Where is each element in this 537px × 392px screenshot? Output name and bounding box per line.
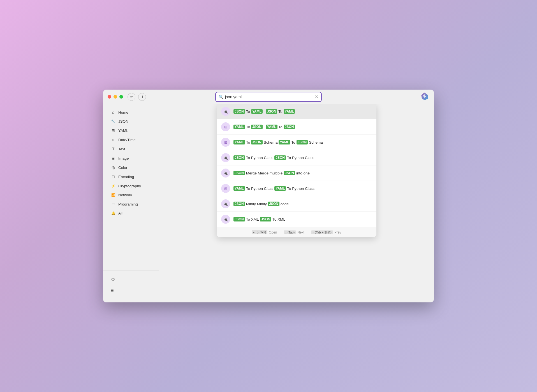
yaml-keyword-6: YAML <box>233 186 245 191</box>
yaml-keyword-3b: YAML <box>279 140 290 144</box>
sidebar-item-json[interactable]: 🔧 JSON <box>105 117 157 126</box>
json-keyword-5b: JSON <box>284 171 295 175</box>
sidebar-item-datetime[interactable]: ○ Date/Time <box>105 135 157 144</box>
encoding-icon: ⊟ <box>111 174 115 179</box>
programming-icon: ▭ <box>111 202 115 206</box>
cryptography-icon: ⚡ <box>111 184 115 188</box>
json-merge-text: JSON Merge Merge multiple JSON into one <box>233 171 310 175</box>
dropdown-item-json-minify[interactable]: 🔌 JSON Minify Minify JSON code <box>217 196 376 212</box>
grid-icon-3: ⊞ <box>224 186 227 191</box>
sidebar-item-text[interactable]: T Text <box>105 144 157 153</box>
all-icon: 🔔 <box>111 211 115 215</box>
sidebar-label-datetime: Date/Time <box>118 138 136 142</box>
maximize-button[interactable] <box>119 95 123 99</box>
sidebar-item-encoding[interactable]: ⊟ Encoding <box>105 172 157 181</box>
datetime-icon: ○ <box>111 137 115 142</box>
dropdown-item-yaml-to-python[interactable]: ⊞ YAML To Python Class YAML To Python Cl… <box>217 181 376 196</box>
json-icon: 🔧 <box>111 120 115 123</box>
search-icon: 🔍 <box>219 95 223 99</box>
app-window: ✏ ⬆ 🔍 ✕ <box>103 90 434 302</box>
sidebar-item-image[interactable]: ▣ Image <box>105 154 157 163</box>
sidebar-item-color[interactable]: ◎ Color <box>105 163 157 172</box>
json-minify-text: JSON Minify Minify JSON code <box>233 202 289 206</box>
title-bar-actions: ✏ ⬆ <box>128 93 146 101</box>
content-area: 🔌 JSON To YAML JSON To YAML <box>159 104 434 302</box>
to-python-text-6b: To Python Class <box>287 186 314 191</box>
title-bar: ✏ ⬆ 🔍 ✕ <box>103 90 434 104</box>
yaml-to-python-text: YAML To Python Class YAML To Python Clas… <box>233 186 314 191</box>
sidebar-item-network[interactable]: 📶 Network <box>105 191 157 199</box>
minify-text: Minify Minify <box>246 202 267 206</box>
sidebar-item-programming[interactable]: ▭ Programing <box>105 200 157 209</box>
grid-icon-1: ⊞ <box>224 125 227 129</box>
dropdown-item-json-to-python[interactable]: 🔌 JSON To Python Class JSON To Python Cl… <box>217 150 376 165</box>
dropdown-item-yaml-to-json-schema[interactable]: ⊞ YAML To JSON Schema YAML To JSON Schem… <box>217 135 376 150</box>
search-bar: 🔍 ✕ <box>215 92 322 102</box>
json-keyword-3: JSON <box>251 140 263 144</box>
edit-button[interactable]: ✏ <box>128 93 135 101</box>
share-button[interactable]: ⬆ <box>138 93 146 101</box>
to-xml-text-b: To XML <box>272 217 285 221</box>
yaml-to-json-icon: ⊞ <box>221 122 230 131</box>
to-xml-text: To XML <box>246 217 259 221</box>
yaml-keyword-1b: YAML <box>284 109 295 114</box>
json-to-yaml-icon: 🔌 <box>221 107 230 116</box>
to-text-2: To <box>246 125 250 129</box>
minimize-button[interactable] <box>114 95 117 99</box>
sidebar-item-all[interactable]: 🔔 All <box>105 209 157 218</box>
yaml-to-json-schema-text: YAML To JSON Schema YAML To JSON Schema <box>233 140 323 144</box>
json-keyword-7b: JSON <box>268 202 279 206</box>
json-keyword-2b: JSON <box>284 125 295 129</box>
plug-icon-4: 🔌 <box>223 202 228 206</box>
json-keyword-3b: JSON <box>297 140 308 144</box>
close-button[interactable] <box>108 95 111 99</box>
sidebar-label-text: Text <box>118 147 125 151</box>
open-label: Open <box>269 230 277 234</box>
sidebar-item-home[interactable]: ⌂ Home <box>105 108 157 117</box>
plug-icon-2: 🔌 <box>223 156 228 160</box>
yaml-to-json-schema-icon: ⊞ <box>221 138 230 147</box>
dropdown-item-json-to-yaml[interactable]: 🔌 JSON To YAML JSON To YAML <box>217 104 376 119</box>
schema-text-3: Schema <box>264 140 278 144</box>
clear-search-button[interactable]: ✕ <box>315 94 318 99</box>
sidebar-label-yaml: YAML <box>118 129 128 133</box>
grid-icon-2: ⊞ <box>224 140 227 144</box>
to-text-1: To <box>246 109 250 114</box>
tab-key: ↓ (Tab) <box>284 230 296 234</box>
json-minify-icon: 🔌 <box>221 199 230 208</box>
sidebar-label-network: Network <box>118 193 132 197</box>
sidebar-item-yaml[interactable]: ⊞ YAML <box>105 126 157 135</box>
menu-button[interactable]: ≡ <box>105 286 157 295</box>
settings-icon: ⚙ <box>111 277 115 282</box>
yaml-keyword-6b: YAML <box>274 186 286 191</box>
sidebar-label-all: All <box>118 211 122 215</box>
enter-key: ↵ (Enter) <box>252 230 267 234</box>
footer-hint-next: ↓ (Tab) Next <box>284 230 304 234</box>
dropdown-item-json-to-xml[interactable]: 🔌 JSON To XML JSON To XML <box>217 212 376 227</box>
sidebar-item-cryptography[interactable]: ⚡ Cryptography <box>105 181 157 190</box>
prev-label: Prev <box>334 230 341 234</box>
search-input[interactable] <box>225 95 315 99</box>
json-keyword-4b: JSON <box>274 155 286 160</box>
json-keyword-4: JSON <box>233 155 245 160</box>
sidebar: ⌂ Home 🔧 JSON ⊞ YAML ○ Date/Time T <box>103 104 159 302</box>
json-merge-icon: 🔌 <box>221 169 230 178</box>
yaml-to-python-icon: ⊞ <box>221 184 230 193</box>
settings-button[interactable]: ⚙ <box>105 274 157 284</box>
to-text-1b: To <box>278 109 282 114</box>
minify-text-b: code <box>281 202 289 206</box>
to-python-text-6: To Python Class <box>246 186 274 191</box>
yaml-keyword-2b: YAML <box>266 125 277 129</box>
dropdown-item-yaml-to-json[interactable]: ⊞ YAML To JSON YAML To JSON <box>217 119 376 135</box>
plug-icon-1: 🔌 <box>223 109 228 114</box>
sidebar-label-programming: Programing <box>118 202 138 206</box>
app-logo <box>419 91 429 102</box>
dropdown-item-json-merge[interactable]: 🔌 JSON Merge Merge multiple JSON into on… <box>217 165 376 181</box>
json-keyword-5: JSON <box>233 171 245 175</box>
footer-hint-open: ↵ (Enter) Open <box>252 230 277 234</box>
to-text-3b: To <box>291 140 295 144</box>
json-keyword-2: JSON <box>251 125 263 129</box>
json-to-python-icon: 🔌 <box>221 153 230 162</box>
menu-icon: ≡ <box>111 288 114 293</box>
yaml-icon: ⊞ <box>111 128 115 133</box>
